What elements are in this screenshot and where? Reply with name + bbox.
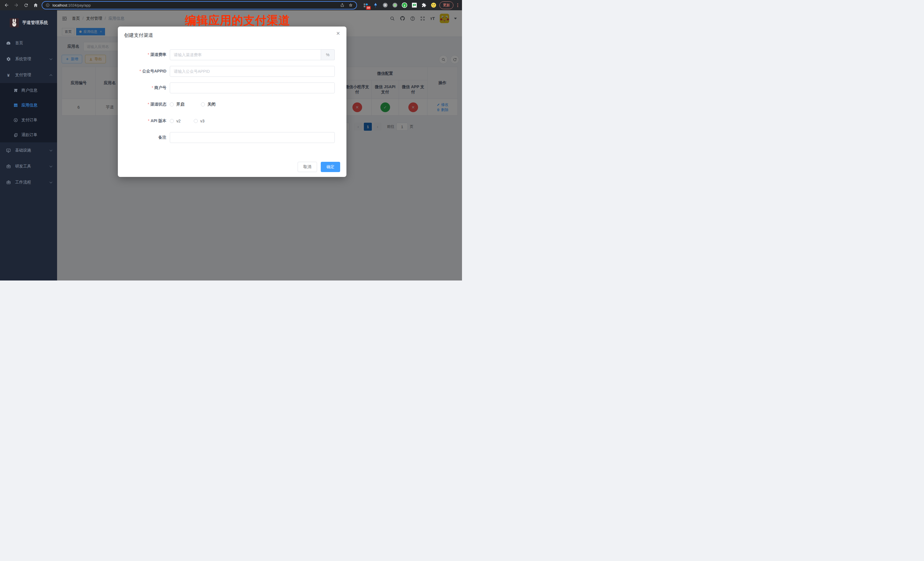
status-row: 渠道状态 开启 关闭 [118, 99, 346, 110]
sidebar-item-label: 研发工具 [15, 164, 50, 169]
radio-label: 关闭 [207, 102, 216, 107]
remark-input[interactable] [170, 132, 335, 143]
browser-update-button[interactable]: 更新 [440, 2, 453, 9]
merchant-row: 商户号 [118, 82, 346, 93]
merchant-label: 商户号 [118, 86, 170, 90]
extension-badge: 10 [366, 6, 370, 10]
browser-forward-icon[interactable] [11, 1, 21, 9]
appid-input[interactable] [170, 66, 335, 77]
sidebar-item-home[interactable]: 首页 [0, 35, 57, 51]
sidebar-item-label: 支付管理 [15, 72, 50, 78]
dialog-close-icon[interactable]: ✕ [336, 31, 340, 36]
chevron-down-icon [50, 181, 52, 183]
extensions-puzzle-icon[interactable] [421, 2, 427, 8]
svg-text:y: y [404, 3, 405, 7]
grid-icon [14, 103, 18, 108]
chat-extension-icon[interactable] [411, 2, 417, 8]
share-icon[interactable] [340, 3, 344, 8]
extensions-row: 10 ⌘ y [363, 2, 436, 8]
dot-extension-icon[interactable] [392, 2, 398, 8]
pin-extension-icon[interactable] [372, 2, 378, 8]
payment-submenu: 商户信息 应用信息 支付订单 退款订单 [0, 83, 57, 142]
dialog-title: 创建支付渠道 [124, 32, 153, 39]
percent-suffix: % [321, 50, 335, 60]
chevron-up-icon [50, 74, 52, 77]
dialog-footer: 取消 确定 [298, 162, 340, 172]
browser-menu-icon[interactable]: ⋮ [455, 3, 460, 8]
sidebar-item-app-info[interactable]: 应用信息 [0, 98, 57, 113]
browser-back-icon[interactable] [2, 1, 11, 9]
sidebar-item-pay-orders[interactable]: 支付订单 [0, 113, 57, 128]
radio-label: v3 [200, 119, 205, 123]
create-channel-dialog: 创建支付渠道 ✕ 渠道费率 % 公众号APPID 商户号 渠道状态 [118, 27, 346, 177]
confirm-button[interactable]: 确定 [321, 162, 340, 172]
status-radio-off[interactable]: 关闭 [201, 102, 216, 107]
sidebar-item-system[interactable]: 系统管理 [0, 51, 57, 67]
dashboard-icon [6, 41, 11, 46]
briefcase-icon [6, 180, 11, 185]
annotation-text: 编辑应用的支付渠道 [185, 12, 290, 28]
sidebar-item-label: 支付订单 [21, 118, 38, 123]
browser-home-icon[interactable] [31, 1, 40, 9]
sidebar-item-infrastructure[interactable]: 基础设施 [0, 142, 57, 158]
site-info-icon[interactable] [46, 3, 50, 7]
api-radio-v2[interactable]: v2 [170, 119, 181, 123]
remark-label: 备注 [118, 135, 170, 140]
sidebar-item-label: 首页 [15, 40, 52, 46]
api-version-row: API 版本 v2 v3 [118, 116, 346, 126]
chevron-down-icon [50, 57, 52, 60]
url-path: :1024/pay/app [67, 3, 90, 8]
sidebar-item-payment[interactable]: ¥ 支付管理 [0, 67, 57, 83]
emoji-extension-icon[interactable] [430, 2, 436, 8]
sidebar-item-merchant-info[interactable]: 商户信息 [0, 83, 57, 98]
radio-circle-icon [170, 102, 174, 106]
status-label: 渠道状态 [118, 102, 170, 107]
appid-row: 公众号APPID [118, 66, 346, 77]
shop-icon [14, 88, 18, 93]
status-radio-on[interactable]: 开启 [170, 102, 184, 107]
fee-rate-row: 渠道费率 % [118, 50, 346, 60]
radio-label: 开启 [176, 102, 184, 107]
fee-rate-input[interactable] [170, 50, 321, 60]
sidebar-item-label: 基础设施 [15, 148, 50, 153]
api-radio-v3[interactable]: v3 [194, 119, 205, 123]
gear-icon [6, 57, 11, 62]
address-bar[interactable]: localhost:1024/pay/app [42, 1, 357, 9]
url-host: localhost [52, 3, 67, 8]
app-logo-row[interactable]: 芋道管理系统 [0, 10, 57, 35]
merchant-input[interactable] [170, 82, 335, 93]
sidebar-item-label: 系统管理 [15, 57, 50, 62]
sidebar-item-workflow[interactable]: 工作流程 [0, 174, 57, 190]
sidebar: 芋道管理系统 首页 系统管理 ¥ 支付管理 商户信息 [0, 10, 57, 280]
monitor-icon [6, 148, 11, 153]
fee-rate-label: 渠道费率 [118, 52, 170, 57]
chevron-down-icon [50, 148, 52, 152]
sidebar-item-refund-orders[interactable]: 退款订单 [0, 128, 57, 142]
command-extension-icon[interactable]: ⌘ [382, 2, 388, 8]
yen-circle-icon [14, 118, 18, 122]
bookmark-star-icon[interactable] [348, 3, 353, 8]
y-extension-icon[interactable]: y [402, 2, 408, 8]
radio-label: v2 [176, 119, 181, 123]
sidebar-item-label: 应用信息 [21, 103, 38, 108]
cancel-button[interactable]: 取消 [298, 162, 317, 172]
app-logo [10, 18, 19, 27]
browser-reload-icon[interactable] [21, 1, 31, 9]
api-version-label: API 版本 [118, 118, 170, 123]
channel-form: 渠道费率 % 公众号APPID 商户号 渠道状态 开启 [118, 50, 346, 148]
sidebar-item-label: 商户信息 [21, 88, 38, 93]
svg-text:⌘: ⌘ [384, 3, 387, 7]
sidebar-item-label: 工作流程 [15, 180, 50, 185]
radio-circle-icon [170, 119, 174, 123]
toolbox-icon [6, 164, 11, 169]
browser-toolbar: localhost:1024/pay/app 10 ⌘ y [0, 0, 462, 10]
documents-icon [14, 133, 18, 137]
sidebar-item-label: 退款订单 [21, 132, 38, 138]
appid-label: 公众号APPID [118, 69, 170, 74]
chevron-down-icon [50, 165, 52, 168]
radio-circle-icon [201, 102, 205, 106]
tabs-extension-icon[interactable]: 10 [363, 2, 369, 8]
sidebar-item-dev-tools[interactable]: 研发工具 [0, 158, 57, 174]
remark-row: 备注 [118, 132, 346, 143]
yen-icon: ¥ [6, 73, 11, 78]
